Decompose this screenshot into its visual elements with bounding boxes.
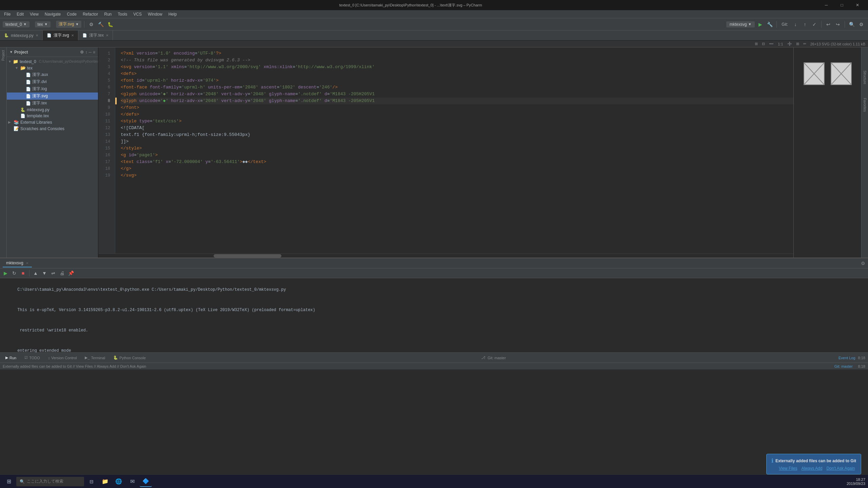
run-tab-close[interactable]: ✕ [26, 261, 28, 265]
run-button[interactable]: ▶ [756, 20, 764, 28]
build-button[interactable]: 🔨 [97, 20, 105, 28]
taskview-button[interactable]: ⊟ [85, 476, 98, 487]
menu-file[interactable]: File [1, 11, 13, 17]
project-dropdown[interactable]: textest_0 ▼ [3, 21, 29, 27]
zoom-fit-icon[interactable]: ⊞ [755, 42, 758, 46]
settings-button[interactable]: ⚙ [87, 20, 95, 28]
tree-item-dvi[interactable]: 📄 漢字.dvi [7, 78, 98, 85]
menu-help[interactable]: Help [166, 11, 180, 17]
git-branch-icon: ⎇ [481, 355, 486, 360]
run-rerun-button[interactable]: ↻ [10, 269, 18, 277]
explorer-button[interactable]: 📁 [99, 476, 111, 487]
close-button[interactable]: ✕ [850, 0, 865, 10]
favorites-sidebar-label[interactable]: Favorites [863, 98, 867, 112]
bottom-run-tab[interactable]: ▶ Run [3, 355, 19, 361]
tree-item-svg[interactable]: 📄 漢字.svg [7, 93, 98, 100]
run-tab-active[interactable]: mktexsvg ✕ [3, 259, 32, 267]
bottom-terminal-tab[interactable]: ▶_ Terminal [82, 355, 108, 361]
tree-settings-icon[interactable]: ⚙ [80, 50, 84, 55]
tab-mktexsvg-close[interactable]: ✕ [36, 34, 38, 37]
git-push-button[interactable]: ↑ [801, 20, 809, 28]
line-num-11: 11 [98, 118, 112, 125]
bottom-todo-tab[interactable]: ☑ TODO [22, 355, 43, 361]
menu-edit[interactable]: Edit [14, 11, 26, 17]
browser-button[interactable]: 🌐 [113, 476, 125, 487]
tex-dropdown[interactable]: tex ▼ [35, 21, 51, 27]
view-files-link[interactable]: View Files [779, 466, 797, 471]
dont-ask-link[interactable]: Don't Ask Again [826, 466, 855, 471]
git-branch-status[interactable]: Git: master [834, 364, 853, 368]
run-pin-button[interactable]: 📌 [67, 269, 75, 277]
tree-item-root[interactable]: ▼ 📁 textest_0 C:\Users\tamaki_py\Desktop… [7, 58, 98, 65]
run-scroll-up-button[interactable]: ▲ [32, 269, 40, 277]
zoom-grid-icon[interactable]: ⊟ [762, 42, 765, 46]
git-update-button[interactable]: ↓ [791, 20, 800, 28]
tree-item-tex[interactable]: ▼ 📂 tex [7, 65, 98, 71]
tab-kanjitex[interactable]: 📄 漢字.tex ✕ [78, 30, 113, 40]
zoom-out-icon[interactable]: ➖ [769, 42, 774, 46]
always-add-link[interactable]: Always Add [801, 466, 822, 471]
pycharm-taskbar-app[interactable]: 🔷 [140, 476, 152, 487]
tree-item-mktexsvg[interactable]: 🐍 mktexsvg.py [7, 107, 98, 113]
structure-sidebar-label[interactable]: Structure [863, 70, 867, 84]
fit-page-icon[interactable]: ⊞ [796, 42, 799, 46]
run-settings-icon[interactable]: ⚙ [861, 261, 865, 266]
tree-menu-icon[interactable]: ≡ [93, 50, 95, 55]
horizontal-scrollbar[interactable] [98, 253, 793, 258]
run-stop-button[interactable]: ■ [19, 269, 27, 277]
start-button[interactable]: ⊞ [3, 476, 15, 487]
zoom-in-icon[interactable]: ➕ [787, 42, 792, 46]
menu-view[interactable]: View [27, 11, 41, 17]
git-commit-button[interactable]: ✓ [810, 20, 818, 28]
menu-run[interactable]: Run [101, 11, 114, 17]
run-scroll-down-button[interactable]: ▼ [40, 269, 48, 277]
run-print-button[interactable]: 🖨 [58, 269, 66, 277]
run-soft-wrap-button[interactable]: ⇌ [49, 269, 57, 277]
menu-code[interactable]: Code [64, 11, 79, 17]
tree-item-scratches[interactable]: 📝 Scratches and Consoles [7, 125, 98, 132]
redo-button[interactable]: ↪ [834, 20, 842, 28]
settings-gear-button[interactable]: ⚙ [857, 20, 865, 28]
tree-collapse-all-icon[interactable]: ─ [88, 50, 92, 55]
code-line-15: </style> [121, 145, 793, 152]
run-config-dropdown[interactable]: mktexsvg ▼ [726, 21, 755, 27]
tab-mktexsvg[interactable]: 🐍 mktexsvg.py ✕ [0, 30, 43, 40]
tree-sort-icon[interactable]: ↕ [85, 50, 87, 55]
svg-file-dropdown[interactable]: 漢字.svg ▼ [56, 21, 82, 28]
tab-kanjitex-close[interactable]: ✕ [106, 34, 108, 37]
tree-item-external-libs[interactable]: ▶ 📚 External Libraries [7, 119, 98, 125]
minimize-button[interactable]: ─ [818, 0, 834, 10]
run-play-button[interactable]: ▶ [1, 269, 9, 277]
menu-refactor[interactable]: Refactor [80, 11, 101, 17]
tree-item-tex-file[interactable]: 📄 漢字.tex [7, 100, 98, 107]
svg-preview-canvas [801, 61, 855, 88]
menu-tools[interactable]: Tools [115, 11, 130, 17]
run-settings-btn[interactable]: ⚙ [861, 261, 865, 266]
mail-button[interactable]: ✉ [126, 476, 138, 487]
tree-item-aux[interactable]: 📄 漢字.aux [7, 71, 98, 78]
code-editor[interactable]: 1 2 3 4 5 6 7 8 9 10 11 12 13 14 15 16 1… [98, 47, 793, 253]
tree-item-template[interactable]: 📄 template.tex [7, 113, 98, 119]
code-content[interactable]: <?xml version='1.0' encoding='UTF-8'?> <… [115, 47, 793, 253]
menu-window[interactable]: Window [145, 11, 165, 17]
undo-button[interactable]: ↩ [824, 20, 832, 28]
tab-kanjisvg-close[interactable]: ✕ [71, 34, 74, 37]
project-sidebar-label[interactable]: Project [1, 50, 5, 61]
h-scroll-thumb[interactable] [214, 254, 281, 258]
search-bar[interactable]: 🔍 ここに入力して検索 [16, 477, 84, 486]
tab-kanjisvg[interactable]: 📄 漢字.svg ✕ [43, 30, 78, 40]
menu-vcs[interactable]: VCS [131, 11, 144, 17]
search-everywhere-button[interactable]: 🔍 [848, 20, 856, 28]
tree-log-name: 漢字.log [32, 86, 47, 92]
py-file-icon: 🐍 [20, 107, 25, 112]
event-log-link[interactable]: Event Log [839, 356, 855, 360]
bottom-python-tab[interactable]: 🐍 Python Console [111, 355, 149, 361]
bottom-vcs-tab[interactable]: ↕ Version Control [45, 355, 80, 361]
run-tab-label: mktexsvg [6, 261, 23, 265]
debug-button[interactable]: 🐛 [106, 20, 114, 28]
tree-item-log[interactable]: 📄 漢字.log [7, 85, 98, 93]
maximize-button[interactable]: □ [834, 0, 850, 10]
menu-navigate[interactable]: Navigate [42, 11, 63, 17]
build-project-button[interactable]: 🔧 [766, 20, 774, 28]
edit-icon[interactable]: ✏ [803, 42, 806, 46]
